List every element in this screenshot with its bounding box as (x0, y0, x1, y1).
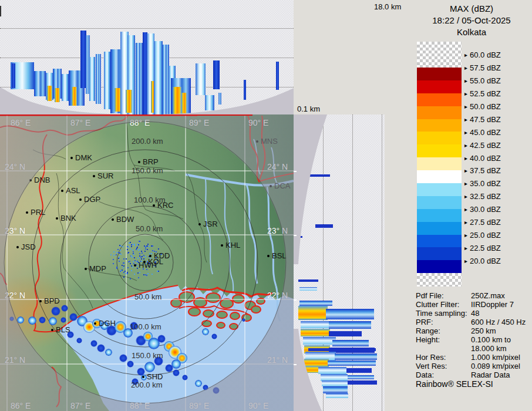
product-metadata: Pdf File:250Z.maxClutter Filter:IIRDoppl… (0, 0, 532, 411)
metadata-value: 600 Hz / 450 Hz (471, 318, 526, 326)
metadata-value: IIRDoppler 7 (471, 300, 514, 309)
metadata-label: Hor Res: (416, 353, 446, 362)
metadata-label: Time sampling: (416, 309, 467, 318)
metadata-value: 0.100 km to (471, 335, 511, 344)
software-credit: Rainbow® SELEX-SI (416, 379, 493, 389)
metadata-label: Range: (416, 326, 440, 335)
metadata-value: 250 km (471, 326, 496, 335)
legend-panel: MAX (dBZ) 18:22 / 05-Oct-2025 Kolkata ▸6… (385, 0, 532, 411)
metadata-value: Radar Data (471, 370, 510, 379)
metadata-label: Data: (416, 370, 434, 379)
metadata-value: 250Z.max (471, 291, 505, 300)
radar-application-window: 86° E86° E87° E87° E88° E88° E89° E89° E… (0, 0, 532, 411)
metadata-label: PRF: (416, 318, 433, 326)
metadata-value: 1.000 km/pixel (471, 353, 520, 362)
metadata-label: Clutter Filter: (416, 300, 459, 309)
metadata-label: Height: (416, 335, 440, 344)
metadata-value: 18.000 km (471, 344, 507, 353)
metadata-label: Pdf File: (416, 291, 444, 300)
metadata-label: Vert Res: (416, 362, 447, 370)
metadata-value: 0.089 km/pixel (471, 362, 520, 370)
metadata-value: 48 (471, 309, 479, 318)
